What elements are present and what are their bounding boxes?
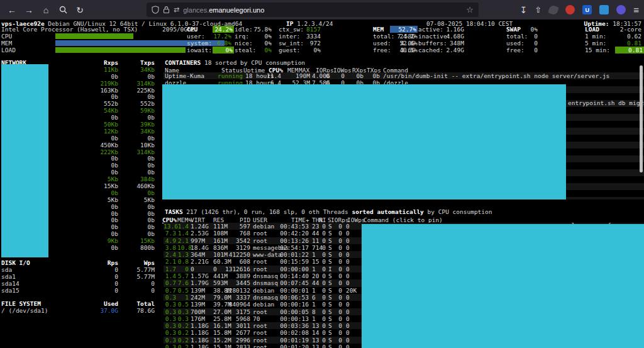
search-icon[interactable] bbox=[57, 4, 69, 16]
stat-value: 2.49G bbox=[439, 47, 464, 53]
used-header[interactable]: Used bbox=[80, 300, 118, 307]
tracking-shield-icon[interactable] bbox=[152, 6, 159, 14]
tasks-sort-mode[interactable]: sorted automatically bbox=[352, 208, 423, 215]
tx-value: 34Kb bbox=[118, 128, 155, 135]
container-swap-icon[interactable]: ⇄ bbox=[174, 6, 179, 14]
scrollbar-thumb[interactable] bbox=[640, 65, 643, 172]
task-cpu: 1.4 bbox=[164, 272, 176, 279]
stat-value: 0% bbox=[292, 47, 321, 53]
extension-shield-icon[interactable] bbox=[565, 5, 575, 14]
rx-value: 552b bbox=[80, 100, 118, 107]
download-icon[interactable]: ↧ bbox=[520, 5, 528, 15]
task-pid: 2833 bbox=[223, 344, 250, 348]
disk-name: sda14 bbox=[1, 280, 19, 287]
stat-label: 5 min: bbox=[585, 40, 606, 47]
share-icon[interactable]: ⇧ bbox=[535, 5, 541, 14]
extension-blue-icon[interactable] bbox=[599, 5, 609, 14]
rx-value: 50Kb bbox=[80, 121, 118, 128]
rps-value: 0 bbox=[80, 280, 118, 287]
rx-value: 0b bbox=[80, 203, 118, 210]
tx-value: 0b bbox=[118, 114, 155, 121]
txps-header[interactable]: Txps bbox=[118, 59, 155, 66]
stat-value: 0 bbox=[518, 47, 538, 53]
task-virt: 1.57G bbox=[191, 272, 212, 279]
tx-value: 225Kb bbox=[118, 87, 155, 94]
extension-feather-icon[interactable] bbox=[548, 4, 559, 16]
total-value: 78.6G bbox=[118, 307, 155, 314]
task-nice: 0 bbox=[318, 244, 326, 251]
usage-bar bbox=[55, 47, 186, 53]
task-iorps: 0 bbox=[332, 344, 342, 348]
task-cpu: 7.3 bbox=[164, 230, 176, 237]
task-nice: 0 bbox=[318, 294, 326, 301]
task-iorps: 0 bbox=[332, 258, 342, 265]
containers-title-line: CONTAINERS 18 sorted by CPU consumption bbox=[165, 59, 305, 66]
tx-value: 0b bbox=[118, 93, 155, 100]
menu-icon[interactable]: ≡ bbox=[633, 4, 639, 15]
rx-value: 222Kb bbox=[80, 149, 118, 155]
mem-panel: MEM 52.7% active: 1.16G total: 7.58G ina… bbox=[373, 26, 467, 53]
extension-purple-icon[interactable] bbox=[616, 5, 626, 14]
bookmark-star-icon[interactable]: ☆ bbox=[466, 5, 474, 14]
tx-value: 0b bbox=[118, 210, 155, 217]
cpu-stat-row: system: 6.8% nice: 0% sw_int: 972 bbox=[187, 40, 322, 47]
filesystem-row: / (/dev/sda1) 37.0G 78.6G bbox=[0, 307, 155, 314]
stat-value: 0.81 bbox=[615, 47, 644, 53]
url-text[interactable]: glances.emanuelegori.uno bbox=[183, 6, 466, 14]
task-cpu: 2.1 bbox=[164, 258, 176, 265]
rx-value: 0b bbox=[80, 210, 118, 217]
task-time: 00:03:36 bbox=[277, 322, 309, 329]
back-icon[interactable]: ← bbox=[6, 4, 18, 16]
task-iorps: 0 bbox=[332, 237, 342, 244]
container-name: Uptime-Kuma bbox=[165, 72, 204, 79]
extension-u-icon[interactable]: U bbox=[582, 5, 592, 14]
reload-icon[interactable]: ↻ bbox=[74, 4, 86, 16]
rps-header[interactable]: Rps bbox=[80, 259, 118, 266]
task-virt: 1.18G bbox=[191, 337, 212, 344]
task-virt: 0 bbox=[191, 266, 212, 272]
rx-value: 163Kb bbox=[80, 87, 118, 94]
stat-value: 8157 bbox=[292, 26, 321, 33]
forward-icon[interactable]: → bbox=[23, 4, 35, 16]
wps-header[interactable]: Wps bbox=[118, 259, 155, 266]
home-icon[interactable]: ⌂ bbox=[40, 4, 52, 16]
task-cpu: 4.9 bbox=[164, 237, 176, 244]
container-row: Uptime-Kuma running 18 hours 11.4 190M 4… bbox=[164, 72, 644, 79]
task-mem: 5.7 bbox=[177, 272, 189, 279]
tx-value: 384b bbox=[118, 176, 155, 182]
tx-value: 59Kb bbox=[118, 107, 155, 114]
stat-value: 3334 bbox=[292, 33, 321, 40]
task-time: 00:02:08 bbox=[277, 329, 309, 336]
stat-value: 0.81 bbox=[615, 40, 641, 47]
task-iowps: 0 bbox=[346, 251, 362, 258]
mem-stat-row: MEM 52.7% active: 1.16G bbox=[373, 26, 467, 33]
stat-label: free: bbox=[373, 47, 391, 53]
task-time: 00:00:13 bbox=[277, 315, 309, 322]
swap-stat-row: SWAP 0% bbox=[506, 26, 541, 33]
total-header[interactable]: Total bbox=[118, 300, 155, 307]
tasks-sort-key: by CPU consumption bbox=[424, 208, 492, 215]
task-iowps: 0 bbox=[346, 237, 362, 244]
task-cpu: 13.6 bbox=[164, 223, 176, 230]
task-virt: 700M bbox=[191, 308, 212, 315]
rx-value: 15Kb bbox=[80, 182, 118, 189]
task-pid: 3175 bbox=[223, 308, 250, 315]
rx-value: 12Kb bbox=[80, 128, 118, 135]
url-bar[interactable]: ⇄ glances.emanuelegori.uno ☆ bbox=[147, 3, 479, 17]
rx-value: 0b bbox=[80, 189, 118, 196]
lock-icon[interactable] bbox=[163, 6, 170, 14]
rxps-header[interactable]: Rxps bbox=[80, 59, 118, 66]
load-panel: LOAD 2-core 1 min: 0.62 5 min: 0.81 15 m… bbox=[585, 26, 643, 53]
task-time: 00:00:05 bbox=[277, 308, 309, 315]
stat-label: 1 min: bbox=[585, 33, 606, 40]
task-iorps: 0 bbox=[332, 266, 342, 272]
rx-value: 0b bbox=[80, 162, 118, 169]
stat-value: 24.2% bbox=[213, 26, 234, 33]
task-cpu: 0.7 bbox=[164, 279, 176, 286]
stat-value: 75.8% bbox=[250, 26, 272, 33]
diskio-row: sda14 0 0 bbox=[0, 280, 155, 287]
task-iorps: 0 bbox=[332, 294, 342, 301]
stat-label: CPU bbox=[187, 26, 197, 33]
task-iorps: 0 bbox=[332, 287, 342, 294]
task-iorps: 0 bbox=[332, 251, 342, 258]
